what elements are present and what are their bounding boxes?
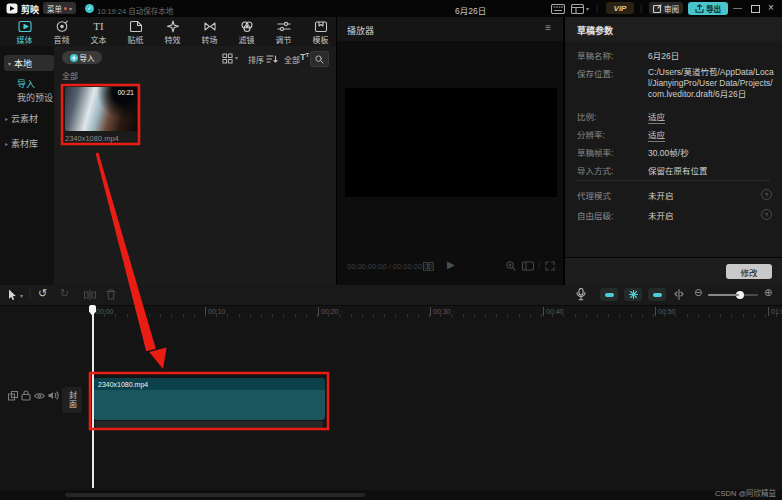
clip-duration-badge: 00:21 [118, 89, 134, 96]
play-button[interactable]: ▶ [447, 259, 455, 270]
track-visibility-icon[interactable] [34, 392, 45, 400]
document-title: 6月26日 [455, 4, 486, 16]
sidebar-item-library[interactable]: ▸ 素材库 [5, 137, 38, 150]
tab-filter[interactable]: 滤镜 [228, 20, 265, 45]
shortcut-keyboard-icon[interactable] [551, 4, 565, 14]
search-icon [315, 55, 324, 64]
modify-button[interactable]: 修改 [726, 264, 772, 279]
import-plus-icon [70, 54, 78, 62]
close-button[interactable]: × [768, 2, 774, 13]
select-tool-button[interactable]: ▾ [8, 289, 23, 301]
resolution-value[interactable]: 适应 [648, 128, 665, 142]
free-layer-help-icon[interactable]: ? [761, 209, 772, 220]
tab-adjust[interactable]: 调节 [265, 20, 302, 45]
timeline-clip-name: 2340x1080.mp4 [93, 381, 148, 388]
chevron-down-icon[interactable]: ▾ [235, 54, 238, 61]
tab-template[interactable]: 模板 [302, 20, 339, 45]
tab-audio[interactable]: 音频 [43, 20, 80, 45]
capcut-logo-icon [6, 3, 18, 14]
review-button[interactable]: 审阅 [649, 2, 683, 14]
preview-axis-icon[interactable] [674, 289, 684, 300]
proxy-help-icon[interactable]: ? [761, 189, 772, 200]
text-icon: TI [80, 20, 117, 33]
ribbon-tabs: 媒体 音频 TI 文本 贴纸 特效 转场 滤镜 调节 [0, 17, 336, 46]
preview-zoom-icon[interactable] [506, 261, 516, 271]
review-label: 审阅 [664, 3, 679, 14]
tab-effects[interactable]: 特效 [154, 20, 191, 45]
track-overlap-icon[interactable] [8, 391, 18, 401]
ratio-value[interactable]: 适应 [648, 110, 665, 124]
draft-params-panel: 草稿参数 草稿名称: 6月26日 保存位置: C:/Users/莫道竹苞/App… [565, 17, 782, 285]
main-track-magnet-icon[interactable] [600, 288, 618, 301]
adjust-icon [265, 20, 302, 33]
cover-button[interactable]: 封面 [62, 387, 82, 413]
caret-right-icon: ▸ [5, 140, 8, 147]
preview-pages-icon[interactable] [423, 262, 434, 271]
import-mode-label: 导入方式: [577, 164, 613, 176]
search-button[interactable] [310, 51, 329, 67]
undo-button[interactable]: ↺ [38, 287, 47, 300]
zoom-out-icon[interactable]: ⊖ [694, 287, 702, 298]
fullscreen-icon[interactable] [545, 261, 555, 271]
horizontal-scrollbar[interactable] [65, 493, 365, 497]
maximize-button[interactable] [751, 5, 760, 13]
type-filter-label[interactable]: 全部 [284, 54, 300, 65]
menu-button[interactable]: 菜单 ▾ [43, 2, 76, 14]
clip-audio-strip[interactable] [95, 421, 323, 429]
review-icon [653, 4, 662, 13]
media-icon [6, 20, 43, 33]
type-filter-icon[interactable]: TT [300, 52, 309, 62]
export-button[interactable]: 导出 [688, 2, 728, 15]
timeline-video-clip[interactable]: 2340x1080.mp4 [93, 378, 325, 420]
clip-filename: 2340x1080.mp4 [65, 134, 119, 143]
grid-view-icon[interactable] [222, 53, 233, 64]
auto-snap-icon[interactable] [624, 288, 642, 301]
media-sidebar: ▾ 本地 导入 我的预设 ▸ 云素材 ▸ 素材库 [0, 46, 54, 285]
framerate-label: 草稿帧率: [577, 146, 613, 158]
free-layer-label: 自由层级: [577, 209, 613, 221]
tab-transition[interactable]: 转场 [191, 20, 228, 45]
sort-icon[interactable] [266, 54, 278, 64]
sidebar-item-presets[interactable]: 我的预设 [17, 91, 53, 104]
import-button[interactable]: 导入 [62, 51, 102, 64]
draft-name-value: 6月26日 [648, 49, 679, 61]
media-clip-thumbnail[interactable]: 00:21 [65, 87, 137, 131]
tab-text[interactable]: TI 文本 [80, 20, 117, 45]
tab-media[interactable]: 媒体 [6, 20, 43, 45]
export-icon [695, 4, 704, 13]
tab-sticker[interactable]: 贴纸 [117, 20, 154, 45]
player-panel: 播放器 ≡ 00:00:00:00 / 00:00:00:00 ▶ | [337, 17, 563, 285]
record-mic-button[interactable] [576, 288, 586, 301]
caret-down-icon: ▾ [8, 60, 11, 67]
timeline-ruler[interactable]: 00:00 00:10 00:20 00:30 00:40 00:50 01:0… [0, 305, 782, 320]
titlebar-divider: | [596, 3, 598, 13]
redo-button[interactable]: ↻ [60, 287, 69, 300]
linkage-icon[interactable] [648, 288, 666, 301]
playhead-line[interactable] [92, 305, 94, 488]
sidebar-item-local[interactable]: ▾ 本地 [4, 55, 54, 71]
media-panel: 导入 ▾ 排序 全部 TT 全部 00:21 2340x1080.mp4 [54, 46, 336, 285]
player-canvas[interactable] [345, 88, 557, 197]
canvas-ratio-icon[interactable] [522, 261, 534, 271]
autosave-check-icon: ✓ [85, 4, 94, 13]
effects-icon [154, 20, 191, 33]
timeline-section: ▾ | ↺ ↻ [0, 285, 782, 500]
player-menu-icon[interactable]: ≡ [545, 22, 551, 33]
track-lock-icon[interactable] [21, 390, 31, 401]
draft-name-label: 草稿名称: [577, 49, 613, 61]
minimize-button[interactable]: — [733, 3, 742, 13]
sticker-icon [117, 20, 154, 33]
section-label: 全部 [62, 70, 78, 81]
sort-label[interactable]: 排序 [248, 54, 264, 65]
watermark: CSDN @阿欣精益 [715, 487, 776, 498]
track-mute-icon[interactable] [48, 391, 59, 400]
delete-button[interactable] [106, 289, 116, 300]
template-icon [302, 20, 339, 33]
split-tool-button[interactable] [84, 290, 96, 300]
sidebar-item-import[interactable]: 导入 [17, 77, 35, 90]
ruler-minor-ticks [93, 314, 779, 317]
sidebar-item-cloud[interactable]: ▸ 云素材 [5, 112, 38, 125]
vip-badge[interactable]: VIP [606, 2, 634, 14]
layout-switch-icon[interactable]: ▾ [571, 4, 589, 14]
zoom-in-icon[interactable]: ⊕ [764, 287, 772, 298]
